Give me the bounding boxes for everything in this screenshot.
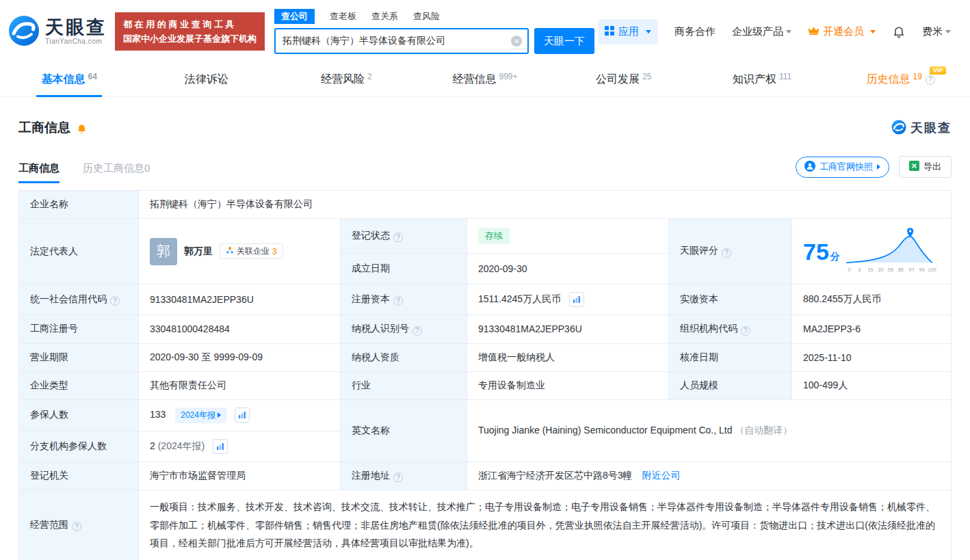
branch-insured-value: 2 (2024年报) xyxy=(139,431,341,462)
establish-date-value: 2020-09-30 xyxy=(467,254,669,284)
business-term-value: 2020-09-30 至 9999-09-09 xyxy=(139,343,341,371)
annual-report-chip[interactable]: 2024年报 xyxy=(175,408,226,423)
subtab-business-info[interactable]: 工商信息 xyxy=(18,162,60,183)
search-button[interactable]: 天眼一下 xyxy=(534,28,594,54)
status-badge: 存续 xyxy=(478,228,510,244)
axis-tick: 97 xyxy=(909,267,915,273)
reg-authority-label: 登记机关 xyxy=(19,462,139,490)
tab-company-development[interactable]: 公司发展 25 xyxy=(554,63,693,96)
tab-basic-info[interactable]: 基本信息 64 xyxy=(0,63,139,96)
score-cell: 75分 0 3 15 30 55 xyxy=(792,219,952,284)
official-snapshot-button[interactable]: 工商官网快照 xyxy=(796,157,889,178)
tab-count: 25 xyxy=(642,72,651,81)
company-type-value: 其他有限责任公司 xyxy=(139,371,341,399)
export-button[interactable]: 导出 xyxy=(899,156,952,178)
establish-date-label: 成立日期 xyxy=(341,254,467,284)
tab-operation-risk[interactable]: 经营风险 2 xyxy=(277,63,416,96)
tab-intellectual-property[interactable]: 知识产权 111 xyxy=(693,63,832,96)
company-name-label: 企业名称 xyxy=(19,191,139,219)
tianyancha-watermark: 天眼查 xyxy=(891,120,952,137)
annual-report-label: 2024年报 xyxy=(181,410,215,421)
insured-trend-icon[interactable] xyxy=(235,408,250,423)
business-scope-label-text: 经营范围 xyxy=(30,519,68,530)
approval-date-label: 核准日期 xyxy=(669,343,792,371)
help-icon[interactable] xyxy=(926,75,935,85)
org-code-label-text: 组织机构代码 xyxy=(680,323,737,334)
nav-user-menu[interactable]: 费米 xyxy=(922,25,951,38)
tianyancha-logo-icon xyxy=(8,15,40,49)
reg-number-value: 330481000428484 xyxy=(139,315,341,344)
subtab-history-business-info[interactable]: 历史工商信息0 xyxy=(83,162,150,183)
help-icon[interactable] xyxy=(393,296,403,306)
company-name-value: 拓荆键科（海宁）半导体设备有限公司 xyxy=(139,191,952,219)
nav-business-cooperation[interactable]: 商务合作 xyxy=(674,25,716,38)
help-icon[interactable] xyxy=(412,326,422,336)
tab-label: 经营风险 xyxy=(321,72,365,87)
axis-tick: 3 xyxy=(858,267,861,273)
tab-count: 2 xyxy=(367,72,372,81)
nav-enterprise-products[interactable]: 企业级产品 xyxy=(732,25,791,38)
help-icon[interactable] xyxy=(393,232,403,242)
axis-tick: 30 xyxy=(878,267,883,273)
industry-label: 行业 xyxy=(341,371,467,399)
snapshot-label: 工商官网快照 xyxy=(820,161,873,173)
brand-slogan: 都 在 用 的 商 业 查 询 工 具 国家中小企业发展子基金旗下机构 xyxy=(115,12,265,51)
table-row: 营业期限 2020-09-30 至 9999-09-09 纳税人资质 增值税一般… xyxy=(19,343,952,371)
reg-capital-text: 1511.4245万人民币 xyxy=(478,293,561,304)
capital-trend-icon[interactable] xyxy=(569,292,584,307)
legal-rep-avatar[interactable]: 郭 xyxy=(150,238,177,265)
branch-trend-icon[interactable] xyxy=(213,439,228,454)
org-chart-icon xyxy=(226,246,234,256)
table-row: 企业类型 其他有限责任公司 行业 专用设备制造业 人员规模 100-499人 xyxy=(19,371,952,399)
person-badge-icon xyxy=(804,161,815,174)
tab-history-info[interactable]: 历史信息 19 VIP xyxy=(831,63,970,96)
reg-capital-label: 注册资本 xyxy=(341,284,467,315)
help-icon[interactable] xyxy=(722,248,731,258)
help-icon[interactable] xyxy=(110,296,120,306)
industry-value: 专用设备制造业 xyxy=(467,371,669,399)
score-unit: 分 xyxy=(830,251,840,262)
legal-rep-label: 法定代表人 xyxy=(19,219,139,284)
related-companies-chip[interactable]: 关联企业 3 xyxy=(220,243,283,259)
taxpayer-quality-label: 纳税人资质 xyxy=(341,343,467,371)
help-icon[interactable] xyxy=(72,522,81,531)
business-scope-value: 一般项目：技术服务、技术开发、技术咨询、技术交流、技术转让、技术推广；电子专用设… xyxy=(139,490,952,560)
branch-insured-text: 2 xyxy=(150,440,155,451)
subscribe-bell-icon[interactable] xyxy=(76,122,88,134)
nav-open-vip[interactable]: 开通会员 xyxy=(808,25,876,38)
search-tab-relation[interactable]: 查关系 xyxy=(371,10,398,23)
search-area: 查公司 查老板 查关系 查风险 天眼一下 xyxy=(274,9,594,54)
branch-report-note: (2024年报) xyxy=(158,440,205,451)
legal-rep-name[interactable]: 郭万里 xyxy=(184,245,213,258)
search-tab-boss[interactable]: 查老板 xyxy=(330,10,356,23)
table-row: 企业名称 拓荆键科（海宁）半导体设备有限公司 xyxy=(19,191,952,219)
search-input[interactable] xyxy=(274,28,529,54)
reg-address-label: 注册地址 xyxy=(341,462,467,490)
nearby-companies-link[interactable]: 附近公司 xyxy=(642,470,680,481)
branch-insured-label: 分支机构参保人数 xyxy=(19,431,139,462)
related-companies-count: 3 xyxy=(272,247,277,256)
notification-bell-icon[interactable] xyxy=(892,25,906,38)
axis-tick: 15 xyxy=(867,267,873,273)
brand-name: 天眼查 xyxy=(45,18,107,38)
taxpayer-quality-value: 增值税一般纳税人 xyxy=(467,343,669,371)
tianyancha-logo[interactable]: 天眼查 TianYanCha.com xyxy=(8,15,107,49)
tab-operation-info[interactable]: 经营信息 999+ xyxy=(416,63,555,96)
score-label-text: 天眼评分 xyxy=(680,245,718,256)
help-icon[interactable] xyxy=(393,472,403,482)
help-icon[interactable] xyxy=(741,326,750,336)
search-tab-company[interactable]: 查公司 xyxy=(274,9,315,24)
tab-count: 999+ xyxy=(499,72,518,81)
tianyancha-watermark-text: 天眼查 xyxy=(910,120,952,136)
tab-legal-litigation[interactable]: 法律诉讼 xyxy=(139,63,278,96)
table-row: 参保人数 133 2024年报 英文名称 Tuojing Jianke (Ha xyxy=(19,399,952,431)
insured-count-label: 参保人数 xyxy=(19,399,139,431)
tab-label: 经营信息 xyxy=(453,72,497,87)
search-tab-risk[interactable]: 查风险 xyxy=(413,10,440,23)
apps-label: 应用 xyxy=(618,25,639,38)
reg-status-value: 存续 xyxy=(467,219,669,254)
apps-menu[interactable]: 应用 xyxy=(598,19,658,44)
business-scope-label: 经营范围 xyxy=(19,490,139,560)
vip-label: 开通会员 xyxy=(823,25,864,38)
clear-search-icon[interactable] xyxy=(511,36,522,46)
